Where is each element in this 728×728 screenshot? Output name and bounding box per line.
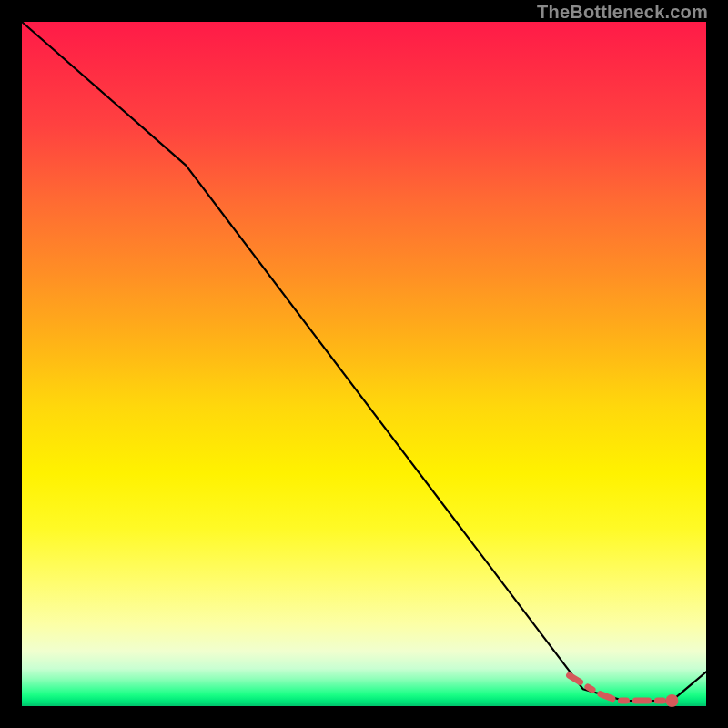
optimal-region-dash (570, 675, 672, 701)
plot-area (22, 22, 706, 706)
curve-svg (22, 22, 706, 706)
optimal-region-endpoint-dot (665, 694, 678, 707)
chart-stage: TheBottleneck.com (0, 0, 728, 728)
bottleneck-curve (22, 22, 706, 701)
attribution-label: TheBottleneck.com (537, 2, 708, 23)
